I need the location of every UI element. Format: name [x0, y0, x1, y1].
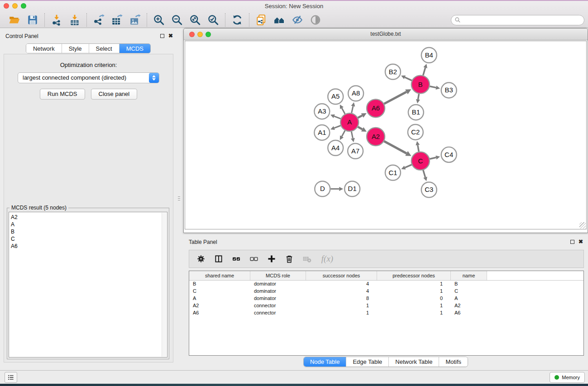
import-table-button[interactable]: [66, 13, 84, 27]
tab-edge-table[interactable]: Edge Table: [346, 357, 389, 367]
graph-edge-A-A7[interactable]: [351, 132, 355, 143]
task-history-button[interactable]: [5, 372, 17, 383]
graph-node-B3[interactable]: B3: [441, 83, 457, 98]
column-header-predecessor-nodes[interactable]: predecessor nodes: [377, 271, 451, 280]
graph-node-A8[interactable]: A8: [348, 86, 363, 101]
table-cell[interactable]: A2: [451, 302, 487, 310]
mcds-result-item[interactable]: A6: [11, 243, 167, 250]
graph-node-B1[interactable]: B1: [408, 105, 424, 120]
graph-node-C2[interactable]: C2: [408, 124, 423, 140]
graph-edge-B-B4[interactable]: [423, 64, 427, 76]
open-file-button[interactable]: [5, 13, 24, 27]
graph-edge-A2-C[interactable]: [384, 141, 411, 156]
graph-edge-C-C3[interactable]: [423, 170, 427, 181]
save-session-button[interactable]: [24, 13, 42, 27]
graph-edge-A-A3[interactable]: [330, 114, 341, 119]
tab-network-table[interactable]: Network Table: [389, 357, 439, 367]
table-row[interactable]: Adominator80A: [189, 295, 583, 302]
export-network-button[interactable]: [90, 13, 108, 27]
table-cell[interactable]: B: [451, 281, 487, 288]
result-list-scrollbar[interactable]: [162, 213, 167, 357]
graph-edge-A6-B[interactable]: [384, 89, 411, 104]
graph-node-C[interactable]: C: [411, 152, 430, 170]
tab-select[interactable]: Select: [89, 44, 120, 53]
tab-motifs[interactable]: Motifs: [439, 357, 468, 367]
zoom-fit-button[interactable]: [186, 13, 204, 27]
graph-node-A5[interactable]: A5: [328, 89, 343, 104]
mcds-result-list[interactable]: A2ABCA6: [9, 212, 167, 357]
column-header-name[interactable]: name: [451, 271, 487, 280]
add-column-button[interactable]: [267, 254, 277, 264]
memory-button[interactable]: Memory: [550, 372, 585, 383]
table-cell[interactable]: 1: [306, 302, 377, 310]
graph-edge-C-C4[interactable]: [430, 156, 440, 160]
network-zoom-traffic-light[interactable]: [206, 32, 211, 37]
table-cell[interactable]: 1: [377, 288, 451, 295]
window-resize-grip[interactable]: [579, 222, 586, 229]
graph-node-D[interactable]: D: [315, 181, 330, 197]
tab-network[interactable]: Network: [26, 44, 62, 53]
mcds-result-item[interactable]: C: [11, 235, 167, 243]
table-row[interactable]: A2connector11A2: [189, 302, 583, 310]
graph-node-B2[interactable]: B2: [385, 64, 401, 80]
table-row[interactable]: Bdominator41B: [189, 281, 583, 288]
graph-edge-A-A4[interactable]: [340, 130, 345, 140]
graph-node-D1[interactable]: D1: [344, 181, 360, 197]
table-cell[interactable]: C: [451, 288, 487, 295]
close-panel-icon[interactable]: ✖: [168, 33, 173, 38]
graph-node-C4[interactable]: C4: [441, 147, 457, 162]
column-header-MCDS-role[interactable]: MCDS role: [250, 271, 306, 280]
first-neighbors-button[interactable]: [270, 13, 288, 27]
graph-node-A6[interactable]: A6: [367, 99, 385, 117]
zoom-in-button[interactable]: [150, 13, 168, 27]
tab-style[interactable]: Style: [62, 44, 89, 53]
search-input[interactable]: [451, 15, 584, 25]
table-cell[interactable]: A6: [189, 310, 250, 317]
graph-node-C1[interactable]: C1: [385, 165, 401, 181]
export-table-button[interactable]: [108, 13, 126, 27]
select-all-checkboxes-button[interactable]: [231, 254, 241, 264]
network-close-traffic-light[interactable]: [189, 32, 195, 37]
graph-node-C3[interactable]: C3: [421, 182, 437, 197]
split-divider-grip[interactable]: [177, 192, 181, 205]
tab-node-table[interactable]: Node Table: [304, 357, 347, 367]
table-cell[interactable]: 1: [306, 310, 377, 317]
graph-node-A7[interactable]: A7: [348, 143, 363, 159]
table-cell[interactable]: dominator: [250, 288, 306, 295]
network-from-selection-button[interactable]: [252, 13, 270, 27]
table-cell[interactable]: B: [189, 281, 250, 288]
graph-edge-A-A5[interactable]: [340, 105, 345, 114]
table-cell[interactable]: dominator: [250, 281, 306, 288]
graph-node-A3[interactable]: A3: [314, 104, 330, 119]
table-cell[interactable]: A2: [189, 302, 250, 310]
network-canvas[interactable]: B4B2BB3A5A8A6B1A3AC2A1A2A4A7C4CC1C3DD1: [185, 41, 587, 229]
column-header-shared-name[interactable]: shared name: [189, 271, 250, 280]
hide-selected-button[interactable]: [288, 13, 306, 27]
graphics-details-button[interactable]: [306, 13, 325, 27]
network-window-titlebar[interactable]: testGlobe.txt: [184, 29, 588, 40]
graph-node-B[interactable]: B: [411, 76, 430, 94]
table-cell[interactable]: 8: [306, 295, 377, 302]
graph-node-A4[interactable]: A4: [328, 140, 343, 156]
mcds-result-item[interactable]: B: [11, 228, 167, 235]
graph-edge-A-A1[interactable]: [330, 126, 341, 130]
table-cell[interactable]: 0: [377, 295, 451, 302]
table-cell[interactable]: 4: [306, 288, 377, 295]
float-panel-icon[interactable]: [160, 34, 164, 38]
float-table-panel-icon[interactable]: [570, 240, 574, 244]
table-cell[interactable]: 1: [377, 310, 451, 317]
graph-edge-C-C1[interactable]: [401, 165, 411, 169]
tab-mcds[interactable]: MCDS: [120, 44, 150, 53]
column-header-successor-nodes[interactable]: successor nodes: [306, 271, 377, 280]
graph-node-A1[interactable]: A1: [314, 125, 330, 140]
deselect-checkboxes-button[interactable]: [249, 254, 259, 264]
graph-edge-C-C2[interactable]: [416, 141, 420, 152]
table-cell[interactable]: C: [189, 288, 250, 295]
mcds-result-item[interactable]: A: [11, 221, 167, 228]
graph-node-A[interactable]: A: [340, 113, 359, 131]
graph-edge-A-A8[interactable]: [351, 102, 355, 113]
graph-edge-B-B2[interactable]: [401, 76, 412, 81]
zoom-out-button[interactable]: [168, 13, 186, 27]
table-cell[interactable]: 1: [377, 302, 451, 310]
table-cell[interactable]: 4: [306, 281, 377, 288]
